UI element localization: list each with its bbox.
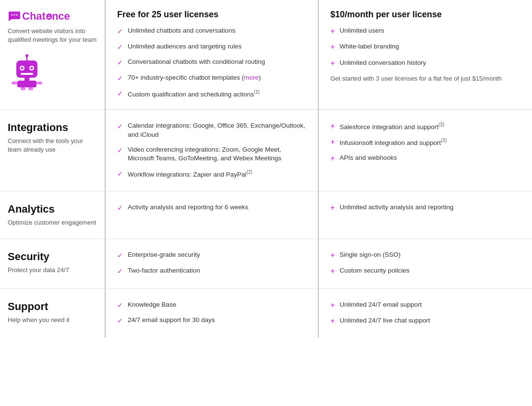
more-link[interactable]: more	[244, 74, 259, 81]
feature-item: + Salesforce integration and support(3)	[330, 121, 520, 131]
section-paid-support: + Unlimited 24/7 email support + Unlimit…	[319, 288, 532, 338]
check-icon: ✓	[117, 89, 123, 99]
feature-item: ✓ 24/7 email support for 30 days	[117, 316, 306, 326]
feature-text: Unlimited chatbots and conversations	[128, 26, 235, 36]
feature-item: ✓ 70+ industry-specific chatbot template…	[117, 73, 306, 84]
feature-text: APIs and webhooks	[339, 154, 397, 163]
svg-rect-13	[12, 82, 17, 84]
check-icon: ✓	[117, 301, 123, 310]
check-icon: ✓	[117, 43, 123, 52]
feature-item: + Single sign-on (SSO)	[330, 251, 520, 261]
section-free-security: ✓ Enterprise-grade security ✓ Two-factor…	[106, 239, 319, 288]
header-left: Chatɵnce Convert website visitors into q…	[0, 0, 106, 109]
feature-item: ✓ Video conferencing integrations: Zoom,…	[117, 145, 306, 164]
logo-icon	[8, 10, 21, 23]
feature-item: + Unlimited users	[330, 26, 520, 36]
section-sublabel-integrations: Connect with the tools your team already…	[8, 137, 97, 154]
feature-item: + White-label branding	[330, 42, 520, 52]
check-icon: ✓	[117, 122, 123, 131]
feature-item: ✓ Custom qualification and scheduling ac…	[117, 89, 306, 99]
feature-item: + Custom security policies	[330, 266, 520, 276]
feature-text: Unlimited users	[339, 26, 384, 36]
feature-text: Calendar integrations: Google, Office 36…	[128, 121, 306, 140]
paid-note: Get started with 3 user licenses for a f…	[330, 74, 520, 83]
feature-text: Knowledge Base	[128, 300, 176, 310]
plus-icon: +	[330, 266, 335, 276]
feature-item: + APIs and webhooks	[330, 154, 520, 164]
check-icon: ✓	[117, 316, 123, 326]
logo: Chatɵnce	[8, 10, 97, 23]
section-free-support: ✓ Knowledge Base ✓ 24/7 email support fo…	[106, 288, 319, 338]
svg-rect-12	[17, 81, 36, 87]
feature-item: ✓ Knowledge Base	[117, 300, 306, 310]
section-sublabel-security: Protect your data 24/7	[8, 266, 97, 275]
check-icon: ✓	[117, 203, 123, 213]
feature-text: Workflow integrations: Zapier and PayPal…	[128, 169, 253, 179]
svg-point-2	[16, 14, 18, 16]
feature-text: Enterprise-grade security	[128, 251, 200, 260]
paid-col-title: $10/month per user license	[330, 10, 520, 20]
svg-point-10	[25, 54, 28, 57]
check-icon: ✓	[117, 267, 123, 276]
feature-text: Two-factor authentication	[128, 266, 200, 275]
free-col-title: Free for 25 user licenses	[117, 10, 306, 20]
feature-item: ✓ Calendar integrations: Google, Office …	[117, 121, 306, 140]
plus-icon: +	[330, 300, 335, 310]
feature-text: Unlimited activity analysis and reportin…	[339, 203, 453, 212]
section-sublabel-analytics: Optimize customer engagement	[8, 218, 97, 227]
plus-icon: +	[330, 121, 335, 131]
feature-text: Infusionsoft integration and support(3)	[339, 137, 447, 147]
feature-text: 70+ industry-specific chatbot templates …	[128, 73, 261, 83]
robot-container	[8, 52, 97, 92]
plus-icon: +	[330, 58, 335, 69]
feature-text: Single sign-on (SSO)	[339, 251, 400, 260]
section-paid-security: + Single sign-on (SSO) + Custom security…	[319, 239, 532, 288]
feature-item: ✓ Unlimited chatbots and conversations	[117, 26, 306, 36]
check-icon: ✓	[117, 251, 123, 261]
feature-text: White-label branding	[339, 42, 399, 51]
header-free: Free for 25 user licenses ✓ Unlimited ch…	[106, 0, 319, 109]
svg-rect-8	[21, 73, 33, 75]
svg-rect-11	[24, 78, 29, 81]
svg-point-1	[14, 14, 15, 16]
check-icon: ✓	[117, 169, 123, 179]
feature-item: ✓ Two-factor authentication	[117, 266, 306, 276]
feature-item: + Unlimited 24/7 live chat support	[330, 316, 520, 326]
feature-text: Salesforce integration and support(3)	[339, 121, 444, 131]
svg-rect-14	[36, 82, 42, 84]
feature-text: Custom security policies	[339, 266, 410, 275]
check-icon: ✓	[117, 146, 123, 155]
section-paid-integrations: + Salesforce integration and support(3) …	[319, 109, 532, 191]
section-sublabel-support: Help when you need it	[8, 316, 97, 324]
plus-icon: +	[330, 316, 335, 326]
check-icon: ✓	[117, 27, 123, 36]
section-free-analytics: ✓ Activity analysis and reporting for 6 …	[106, 191, 319, 239]
feature-text: Unlimited conversation history	[339, 59, 426, 68]
feature-item: + Infusionsoft integration and support(3…	[330, 137, 520, 147]
svg-rect-16	[28, 87, 33, 90]
section-free-integrations: ✓ Calendar integrations: Google, Office …	[106, 109, 319, 191]
tagline: Convert website visitors into qualified …	[8, 27, 97, 44]
plus-icon: +	[330, 26, 335, 36]
plus-icon: +	[330, 203, 335, 213]
header-paid: $10/month per user license + Unlimited u…	[319, 0, 532, 109]
feature-item: + Unlimited 24/7 email support	[330, 300, 520, 310]
feature-text: 24/7 email support for 30 days	[128, 316, 215, 325]
section-label-analytics: Analytics Optimize customer engagement	[0, 191, 106, 239]
feature-text: Activity analysis and reporting for 6 we…	[128, 203, 248, 212]
feature-item: ✓ Workflow integrations: Zapier and PayP…	[117, 169, 306, 179]
feature-item: + Unlimited conversation history	[330, 59, 520, 69]
plus-icon: +	[330, 250, 335, 261]
feature-text: Custom qualification and scheduling acti…	[128, 89, 260, 99]
section-label-security: Security Protect your data 24/7	[0, 239, 106, 288]
feature-text: Unlimited audiences and targeting rules	[128, 42, 242, 51]
svg-rect-3	[16, 60, 37, 78]
plus-icon: +	[330, 153, 335, 164]
robot-svg	[8, 52, 46, 90]
section-title-security: Security	[8, 251, 97, 263]
plus-icon: +	[330, 42, 335, 52]
feature-item: ✓ Unlimited audiences and targeting rule…	[117, 42, 306, 52]
free-main-features: ✓ Unlimited chatbots and conversations ✓…	[117, 26, 306, 99]
svg-point-0	[12, 14, 13, 16]
feature-item: + Unlimited activity analysis and report…	[330, 203, 520, 213]
